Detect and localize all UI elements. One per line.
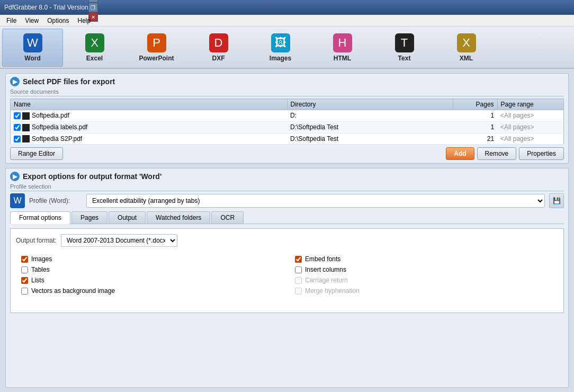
file-checkbox-2[interactable] (14, 136, 21, 142)
xml-icon: X (457, 33, 476, 52)
check-item-merge-hyphenation: Merge hyphenation (295, 287, 553, 295)
profile-word-icon: W (10, 193, 25, 208)
icon-btn-excel[interactable]: XExcel (64, 29, 125, 67)
icon-btn-text[interactable]: TText (374, 29, 435, 67)
menu-item-help[interactable]: Help (74, 16, 95, 25)
restore-button[interactable]: ❐ (88, 3, 98, 12)
checkbox-label-images: Images (31, 255, 52, 263)
icon-btn-html[interactable]: HHTML (312, 29, 373, 67)
output-format-select[interactable]: Word 2007-2013 Document (*.docx)Word 97-… (61, 234, 177, 247)
excel-icon: X (85, 33, 104, 52)
file-checkbox-0[interactable] (14, 112, 21, 119)
table-row: Softpedia.pdfD:1<All pages> (11, 110, 564, 122)
col-range: Page range (497, 99, 563, 110)
icon-btn-powerpoint[interactable]: PPowerPoint (126, 29, 187, 67)
source-docs-label: Source documents (10, 88, 564, 96)
file-name-0: Softpedia.pdf (32, 112, 69, 119)
menu-item-file[interactable]: File (2, 16, 21, 25)
file-icon-0 (22, 112, 30, 120)
file-range-0: <All pages> (497, 110, 563, 122)
properties-button[interactable]: Properties (519, 147, 564, 160)
icon-btn-word[interactable]: WWord (2, 29, 63, 67)
col-pages: Pages (453, 99, 498, 110)
title-text: PdfGrabber 8.0 - Trial Version (4, 4, 88, 11)
word-label: Word (24, 55, 40, 62)
checkbox-embed-fonts[interactable] (295, 256, 302, 263)
checkbox-merge-hyphenation (295, 288, 302, 295)
profile-select[interactable]: Excellent editability (arranged by tabs) (86, 194, 545, 208)
check-item-carriage-return: Carriage return (295, 277, 553, 284)
excel-label: Excel (86, 55, 103, 62)
checkbox-label-merge-hyphenation: Merge hyphenation (305, 287, 360, 295)
col-name: Name (11, 99, 288, 110)
export-options-header: ▶ Export options for output format 'Word… (10, 172, 564, 181)
options-panel: Output format: Word 2007-2013 Document (… (10, 228, 564, 313)
file-buttons-row: Range Editor Add Remove Properties (10, 147, 564, 160)
tab-output[interactable]: Output (109, 211, 146, 224)
icon-btn-xml[interactable]: XXML (436, 29, 497, 67)
select-pdf-panel: ▶ Select PDF files for export Source doc… (5, 73, 569, 164)
check-item-images: Images (21, 255, 279, 263)
select-pdf-title: Select PDF files for export (23, 77, 115, 86)
checkbox-label-carriage-return: Carriage return (305, 277, 348, 284)
main-content: ▶ Select PDF files for export Source doc… (0, 69, 574, 392)
word-icon: W (23, 33, 42, 52)
images-label: Images (270, 55, 291, 62)
check-item-insert-columns: Insert columns (295, 266, 553, 273)
title-bar: PdfGrabber 8.0 - Trial Version − ❐ ✕ (0, 0, 574, 15)
icon-bar: WWordXExcelPPowerPointDDXF🖼ImagesHHTMLTT… (0, 26, 574, 69)
file-icon-1 (22, 124, 30, 131)
checkbox-label-tables: Tables (31, 266, 50, 273)
text-icon: T (395, 33, 414, 52)
file-pages-0: 1 (453, 110, 498, 122)
checkbox-images[interactable] (21, 256, 28, 263)
table-row: Softpedia S2P.pdfD:\Softpedia Test21<All… (11, 133, 564, 145)
file-name-2: Softpedia S2P.pdf (32, 135, 82, 142)
file-checkbox-1[interactable] (14, 124, 21, 131)
checkbox-vectors-as-background-image[interactable] (21, 288, 28, 295)
icon-btn-images[interactable]: 🖼Images (250, 29, 311, 67)
icon-btn-dxf[interactable]: DDXF (188, 29, 249, 67)
file-range-1: <All pages> (497, 121, 563, 133)
checkbox-label-insert-columns: Insert columns (305, 266, 346, 273)
check-item-tables: Tables (21, 266, 279, 273)
checkboxes-grid: ImagesEmbed fontsTablesInsert columnsLis… (16, 253, 558, 297)
remove-button[interactable]: Remove (477, 147, 517, 160)
tab-watched-folders[interactable]: Watched folders (147, 211, 210, 224)
tab-format-options[interactable]: Format options (10, 211, 70, 224)
checkbox-label-vectors-as-background-image: Vectors as background image (31, 287, 115, 295)
menu-item-view[interactable]: View (21, 16, 43, 25)
check-item-embed-fonts: Embed fonts (295, 255, 553, 263)
profile-row: W Profile (Word): Excellent editability … (10, 193, 564, 208)
file-pages-1: 1 (453, 121, 498, 133)
dxf-icon: D (209, 33, 228, 52)
powerpoint-icon: P (147, 33, 166, 52)
tab-ocr[interactable]: OCR (211, 211, 244, 224)
file-dir-2: D:\Softpedia Test (287, 133, 453, 145)
check-item-vectors-as-background-image: Vectors as background image (21, 287, 279, 295)
checkbox-insert-columns[interactable] (295, 266, 302, 273)
tab-pages[interactable]: Pages (71, 211, 107, 224)
dxf-label: DXF (212, 55, 225, 62)
file-range-2: <All pages> (497, 133, 563, 145)
export-options-panel: ▶ Export options for output format 'Word… (5, 168, 569, 388)
menu-item-options[interactable]: Options (43, 16, 73, 25)
range-editor-button[interactable]: Range Editor (10, 147, 63, 160)
export-options-title: Export options for output format 'Word' (23, 172, 162, 181)
xml-label: XML (460, 55, 473, 62)
checkbox-label-embed-fonts: Embed fonts (305, 255, 340, 263)
powerpoint-label: PowerPoint (139, 55, 174, 62)
add-button[interactable]: Add (446, 147, 474, 160)
export-options-icon: ▶ (10, 172, 20, 181)
profile-save-button[interactable]: 💾 (549, 193, 564, 208)
check-item-lists: Lists (21, 277, 279, 284)
output-format-label: Output format: (16, 237, 57, 244)
checkbox-tables[interactable] (21, 266, 28, 273)
file-name-1: Softpedia labels.pdf (32, 123, 87, 131)
checkbox-lists[interactable] (21, 277, 28, 284)
profile-selection-label: Profile selection (10, 183, 564, 191)
format-tabs: Format optionsPagesOutputWatched folders… (10, 211, 564, 224)
file-pages-2: 21 (453, 133, 498, 145)
checkbox-carriage-return (295, 277, 302, 284)
text-label: Text (398, 55, 411, 62)
